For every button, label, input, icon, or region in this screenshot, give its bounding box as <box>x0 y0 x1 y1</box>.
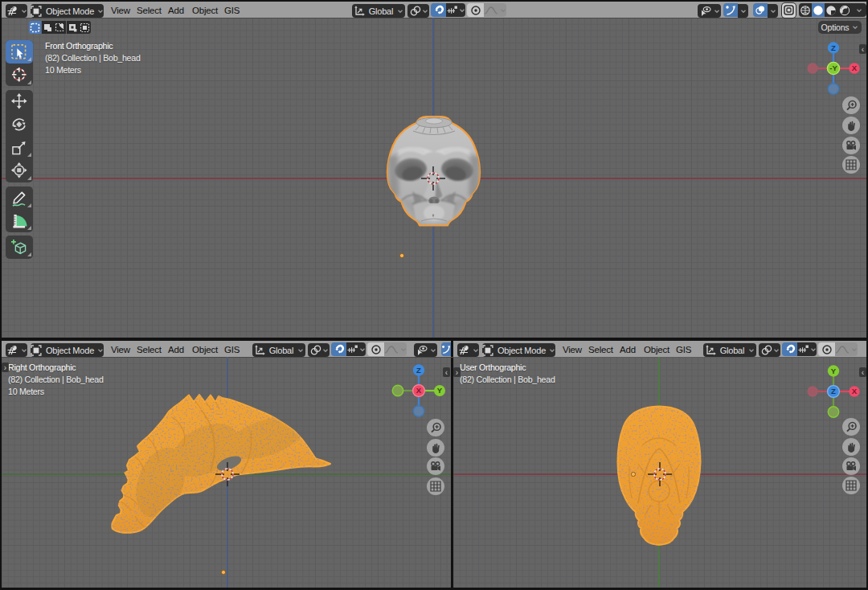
svg-text:X: X <box>852 64 858 72</box>
svg-text:Z: Z <box>831 43 836 52</box>
svg-text:Y: Y <box>436 386 442 395</box>
svg-text:Y: Y <box>831 367 837 375</box>
svg-text:X: X <box>416 386 421 395</box>
svg-text:Z: Z <box>416 366 421 375</box>
svg-text:X: X <box>852 387 858 395</box>
svg-text:Z: Z <box>831 387 836 395</box>
svg-text:-Y: -Y <box>829 64 837 72</box>
